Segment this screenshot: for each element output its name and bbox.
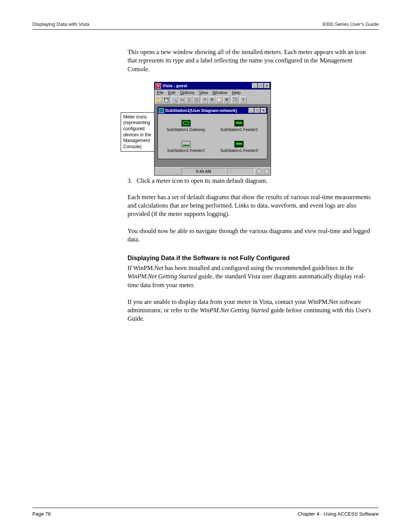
chart-icon[interactable]: ◫: [193, 96, 200, 103]
copy-icon[interactable]: ⧉: [209, 96, 215, 103]
meter-icon-gateway[interactable]: SubStation1.Gateway: [159, 115, 213, 136]
cut-icon[interactable]: ✂: [201, 96, 208, 103]
tile-v-icon[interactable]: ▯: [186, 96, 193, 103]
minimize-button[interactable]: _: [252, 83, 258, 88]
step-text: Click a meter icon to open its main defa…: [137, 177, 268, 185]
menu-help[interactable]: Help: [232, 90, 241, 95]
section-para-2: If you are unable to display data from y…: [127, 298, 371, 323]
intro-paragraph: This opens a new window showing all of t…: [127, 48, 371, 73]
section-para-1: If WinPM.Net has been installed and conf…: [127, 264, 371, 289]
text-run: If WinPM.Net has been installed and conf…: [127, 264, 354, 272]
save-icon[interactable]: 💾: [163, 96, 170, 103]
menu-file[interactable]: File: [157, 90, 164, 95]
maximize-button[interactable]: □: [258, 83, 264, 88]
vista-figure: Meter icons (representing configured dev…: [127, 82, 371, 169]
page-header: Displaying Data with Vista 9300 Series U…: [32, 21, 379, 30]
page-footer: Page 76 Chapter 4 - Using ACCESS Softwar…: [32, 508, 379, 517]
page-body: This opens a new window showing all of t…: [127, 30, 371, 323]
window-icon[interactable]: ❐: [231, 96, 238, 103]
menu-edit[interactable]: Edit: [168, 90, 175, 95]
meter-label: SubStation1.Feeder3: [220, 148, 258, 153]
status-time: 9:49 AM: [181, 168, 226, 175]
child-minimize-button[interactable]: _: [249, 108, 254, 113]
zoom-icon[interactable]: 🔍: [171, 96, 178, 103]
diagram-canvas: SubStation1.Gateway SubStation1.Feeder1 …: [158, 114, 267, 159]
tile-h-icon[interactable]: ▭: [178, 96, 185, 103]
feeder-device-icon: [234, 141, 244, 147]
paragraph-navigate: You should now be able to navigate throu…: [127, 227, 371, 244]
vista-app-icon: V: [155, 83, 161, 89]
child-window: SubStation1[User Diagram:network] _ □ ×: [158, 107, 268, 159]
step-number: 3.: [127, 177, 137, 185]
header-left: Displaying Data with Vista: [32, 21, 89, 27]
meter-label: SubStation1.Feeder1: [220, 127, 258, 132]
meter-icon-feeder1[interactable]: SubStation1.Feeder1: [213, 115, 266, 136]
toolbar: 📂 💾 🔍 ▭ ▯ ◫ ✂ ⧉ 📋 ≣: [155, 96, 271, 104]
meter-label: SubStation1.Feeder2: [167, 148, 205, 153]
child-close-button[interactable]: ×: [261, 108, 266, 113]
header-right: 9300 Series User's Guide: [322, 21, 379, 27]
gateway-device-icon: [182, 120, 191, 126]
menu-view[interactable]: View: [199, 90, 208, 95]
vista-titlebar: V Vista - guest _ □ ×: [155, 82, 271, 89]
child-window-icon: [159, 108, 164, 113]
help-icon[interactable]: ?: [240, 96, 247, 103]
footer-left: Page 76: [32, 511, 51, 517]
vista-window: V Vista - guest _ □ × File Edit Options …: [154, 82, 271, 176]
open-icon[interactable]: 📂: [156, 96, 162, 103]
child-title-text: SubStation1[User Diagram:network]: [165, 108, 237, 113]
footer-right: Chapter 4 - Using ACCESS Software: [298, 511, 379, 517]
paste-icon[interactable]: 📋: [216, 96, 223, 103]
paragraph-diagrams: Each meter has a set of default diagrams…: [127, 193, 371, 219]
menu-window[interactable]: Window: [212, 90, 227, 95]
section-heading: Displaying Data if the Software is not F…: [127, 254, 371, 262]
status-led-1: [256, 169, 262, 174]
vista-title: Vista - guest: [162, 83, 187, 88]
feeder-device-icon: [234, 120, 244, 126]
close-button[interactable]: ×: [264, 83, 270, 88]
child-maximize-button[interactable]: □: [255, 108, 260, 113]
status-spacer: [227, 168, 255, 175]
menu-options[interactable]: Options: [180, 90, 194, 95]
statusbar: 9:49 AM: [155, 167, 271, 175]
step-3: 3. Click a meter icon to open its main d…: [127, 177, 371, 185]
list-icon[interactable]: ≣: [223, 96, 230, 103]
rack-device-icon: [182, 141, 191, 147]
text-run-italic: WinPM.Net Getting Started: [200, 307, 269, 314]
meter-icon-feeder2[interactable]: SubStation1.Feeder2: [159, 136, 213, 157]
status-led-2: [264, 169, 269, 174]
text-run-italic: WinPM.Net Getting Started: [127, 273, 197, 280]
meter-icon-feeder3[interactable]: SubStation1.Feeder3: [213, 136, 266, 157]
meter-label: SubStation1.Gateway: [167, 127, 206, 132]
child-titlebar: SubStation1[User Diagram:network] _ □ ×: [158, 107, 267, 114]
vista-client-area: SubStation1[User Diagram:network] _ □ ×: [155, 104, 271, 167]
menubar: File Edit Options View Window Help: [155, 89, 271, 96]
